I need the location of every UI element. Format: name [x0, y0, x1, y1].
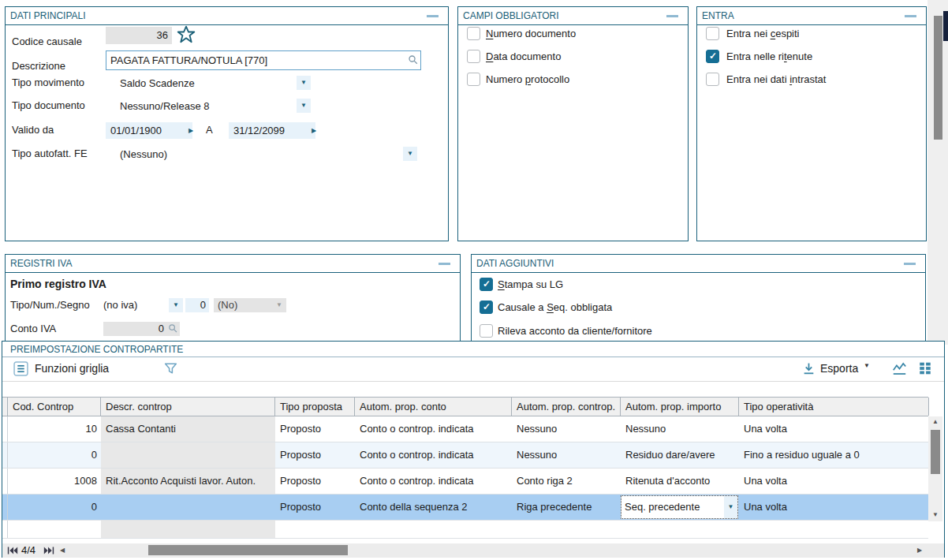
entra-cespiti-checkbox[interactable]: [706, 27, 719, 40]
scroll-down-icon[interactable]: ▼: [928, 510, 942, 520]
grid-cell[interactable]: [355, 521, 512, 538]
numero-documento-checkbox[interactable]: [467, 27, 480, 40]
grid-cell[interactable]: Ritenuta d'acconto: [621, 469, 739, 494]
tipo-movimento-value[interactable]: Saldo Scadenze: [120, 77, 195, 90]
grid-row-selector[interactable]: [2, 469, 8, 494]
grid-cell[interactable]: Proposto: [275, 416, 355, 442]
star-icon[interactable]: [176, 24, 196, 45]
funzioni-griglia-icon[interactable]: [13, 361, 28, 376]
grid-cell[interactable]: Cassa Contanti: [101, 416, 275, 442]
dropdown-arrow-icon[interactable]: ▼: [724, 496, 737, 518]
grid-row-selector[interactable]: [2, 416, 8, 442]
grid-row-selector[interactable]: [2, 521, 8, 538]
dropdown-arrow-icon[interactable]: ▼: [864, 362, 870, 369]
tipo-documento-value[interactable]: Nessuno/Release 8: [120, 100, 209, 113]
grid-header-cell[interactable]: Tipo proposta: [275, 398, 355, 416]
grid-header-cell[interactable]: Autom. prop. controp.: [512, 398, 621, 416]
tipo-autofatt-value[interactable]: (Nessuno): [120, 148, 167, 161]
dropdown-arrow-icon[interactable]: ▼: [297, 76, 311, 90]
grid-cell[interactable]: [101, 495, 275, 520]
grid-cell[interactable]: Conto o controp. indicata: [355, 442, 512, 468]
causale-seq-checkbox[interactable]: [480, 301, 493, 314]
grid-cell[interactable]: Proposto: [275, 469, 355, 494]
page-scrollbar[interactable]: [927, 0, 948, 345]
grid-hscroll-thumb[interactable]: [148, 545, 348, 555]
collapse-icon[interactable]: [666, 15, 678, 17]
grid-header-cell[interactable]: Cod. Controp: [8, 398, 101, 416]
importo-editor-dropdown[interactable]: Seq. precedente▼: [621, 495, 738, 519]
data-documento-checkbox[interactable]: [467, 50, 480, 63]
scroll-left-icon[interactable]: ◀: [60, 543, 65, 558]
grid-cell[interactable]: Nessuno: [621, 416, 739, 442]
scroll-up-icon[interactable]: ▲: [928, 417, 942, 427]
numero-protocollo-checkbox[interactable]: [467, 73, 480, 86]
funnel-icon[interactable]: [163, 361, 178, 376]
grid-horizontal-scrollbar[interactable]: 4/4 ◀ ▶: [2, 543, 944, 558]
grid-row[interactable]: 10Cassa ContantiPropostoConto o controp.…: [2, 416, 928, 442]
grid-cell[interactable]: Proposto: [275, 495, 355, 520]
dropdown-arrow-icon[interactable]: ▼: [297, 99, 311, 113]
grid-cell[interactable]: [512, 521, 621, 538]
grid-cell[interactable]: Nessuno: [512, 442, 621, 468]
grid-row[interactable]: 0PropostoConto della sequenza 2Riga prec…: [2, 495, 928, 521]
grid-cell[interactable]: Una volta: [739, 416, 928, 442]
grid-vertical-scrollbar[interactable]: ▲ ▼: [928, 416, 942, 521]
grid-cell[interactable]: Fino a residuo uguale a 0: [739, 442, 928, 468]
codice-causale-input[interactable]: 36: [106, 27, 172, 44]
grid-cell[interactable]: Rit.Acconto Acquisti lavor. Auton.: [101, 469, 275, 494]
entra-ritenute-checkbox[interactable]: [706, 50, 719, 63]
rileva-acconto-checkbox[interactable]: [480, 324, 493, 338]
grid-header-cell[interactable]: Tipo operatività: [739, 398, 929, 416]
grid-cell[interactable]: Residuo dare/avere: [621, 442, 739, 468]
magnifier-icon[interactable]: [408, 54, 419, 65]
grid-row-selector[interactable]: [2, 442, 8, 468]
grid-cell[interactable]: [739, 521, 928, 538]
valido-a-date-input[interactable]: 31/12/2099: [229, 122, 315, 139]
funzioni-griglia-button[interactable]: Funzioni griglia: [35, 362, 109, 375]
date-next-icon[interactable]: ▶: [188, 122, 200, 139]
line-chart-icon[interactable]: [892, 361, 907, 376]
collapse-icon[interactable]: [427, 15, 439, 17]
grid-cell[interactable]: Nessuno: [512, 416, 621, 442]
valido-da-date-input[interactable]: 01/01/1900: [106, 122, 192, 139]
grid-cell[interactable]: 0: [8, 495, 101, 520]
grid-row[interactable]: 1008Rit.Acconto Acquisti lavor. Auton.Pr…: [2, 469, 928, 495]
collapse-icon[interactable]: [904, 263, 916, 265]
scroll-right-icon[interactable]: ▶: [917, 543, 922, 558]
entra-intrastat-checkbox[interactable]: [706, 73, 719, 86]
grid-header-cell[interactable]: Descr. controp: [101, 398, 275, 416]
grid-cell[interactable]: [621, 521, 739, 538]
grid-cell[interactable]: Conto riga 2: [512, 469, 621, 494]
grid-cell[interactable]: [101, 521, 275, 538]
grid-cell[interactable]: Una volta: [739, 495, 928, 520]
grid-vscroll-thumb[interactable]: [931, 430, 940, 474]
grid-cell[interactable]: 0: [8, 442, 101, 468]
num-registro-input[interactable]: 0: [185, 298, 209, 312]
collapse-icon[interactable]: [905, 15, 916, 17]
esporta-button[interactable]: Esporta: [820, 362, 858, 375]
grid-cell[interactable]: Conto o controp. indicata: [355, 469, 512, 494]
grid-header-cell[interactable]: Autom. prop. importo: [621, 398, 739, 416]
tipo-iva-value[interactable]: (no iva): [103, 299, 137, 312]
pager-last-icon[interactable]: [43, 546, 54, 555]
grid-cell[interactable]: Conto della sequenza 2: [355, 495, 512, 520]
grid-squares-icon[interactable]: [918, 361, 932, 375]
grid-cell[interactable]: Proposto: [275, 442, 355, 468]
grid-cell[interactable]: 1008: [8, 469, 101, 494]
date-next-icon[interactable]: ▶: [312, 122, 323, 139]
descrizione-input[interactable]: PAGATA FATTURA/NOTULA [770]: [106, 50, 421, 70]
page-scrollbar-thumb[interactable]: [934, 16, 942, 140]
collapse-icon[interactable]: [439, 263, 450, 265]
grid-cell[interactable]: [8, 521, 101, 538]
dropdown-arrow-icon[interactable]: ▼: [403, 147, 417, 161]
pager-first-icon[interactable]: [7, 546, 18, 555]
stampa-lg-checkbox[interactable]: [480, 278, 493, 291]
grid-row[interactable]: 0PropostoConto o controp. indicataNessun…: [2, 442, 928, 469]
magnifier-icon[interactable]: [168, 323, 178, 334]
grid-cell[interactable]: Una volta: [739, 469, 928, 494]
grid-cell[interactable]: Riga precedente: [512, 495, 621, 520]
grid-cell[interactable]: Seq. precedente▼: [621, 495, 739, 520]
grid-cell[interactable]: [101, 442, 275, 468]
grid-header-cell[interactable]: Autom. prop. conto: [355, 398, 512, 416]
grid-cell[interactable]: 10: [8, 416, 101, 442]
